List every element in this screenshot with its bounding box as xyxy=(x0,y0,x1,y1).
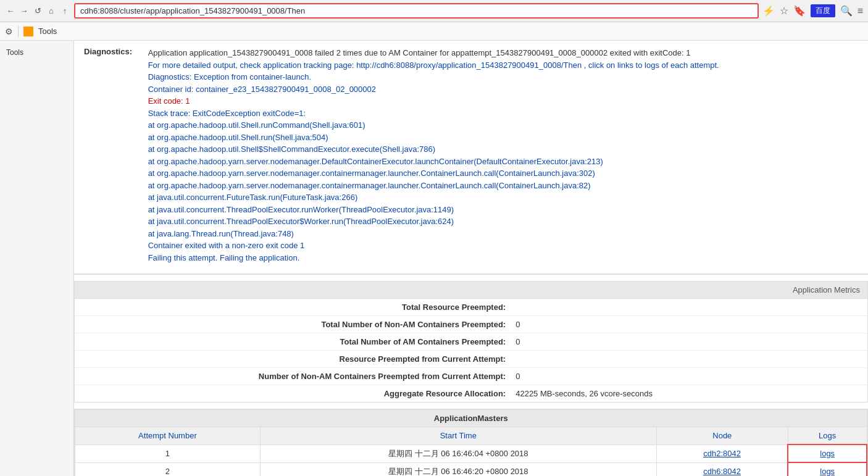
logs-link-1[interactable]: logs xyxy=(788,462,867,476)
metrics-header: Application Metrics xyxy=(75,282,867,299)
diag-line6: Stack trace: ExitCodeException exitCode=… xyxy=(148,109,306,118)
home-button[interactable]: ⌂ xyxy=(46,6,57,17)
star-icon[interactable]: ☆ xyxy=(780,5,788,17)
address-bar-wrapper xyxy=(74,3,759,19)
diag-stack-1: at org.apache.hadoop.util.Shell.run(Shel… xyxy=(148,133,328,142)
metrics-label-1: Total Number of Non-AM Containers Preemp… xyxy=(75,316,511,333)
metrics-row: Aggregate Resource Allocation: 42225 MB-… xyxy=(75,385,867,403)
bookmark-icon[interactable]: 🔖 xyxy=(793,5,806,17)
start-time-1: 星期四 十二月 06 16:46:20 +0800 2018 xyxy=(260,462,656,476)
diag-stack-7: at java.util.concurrent.ThreadPoolExecut… xyxy=(148,205,454,214)
diag-line3: Diagnostics: Exception from container-la… xyxy=(148,72,311,81)
diag-line5: Exit code: 1 xyxy=(148,96,190,106)
diag-line4: Container id: container_e23_154382790049… xyxy=(148,85,376,94)
masters-section-title: ApplicationMasters xyxy=(75,410,867,427)
diag-stack-9: at java.lang.Thread.run(Thread.java:748) xyxy=(148,229,294,238)
bolt-icon: ⚡ xyxy=(762,5,775,17)
reload-button[interactable]: ↺ xyxy=(32,6,43,17)
diagnostics-content: Application application_1543827900491_00… xyxy=(148,47,854,264)
metrics-section: Application Metrics Total Resource Preem… xyxy=(74,281,868,403)
back-button[interactable]: ← xyxy=(5,6,16,17)
browser-body: Tools Diagnostics: Application applicati… xyxy=(0,41,868,476)
diag-stack-0: at org.apache.hadoop.util.Shell.runComma… xyxy=(148,120,365,130)
browser-chrome: ← → ↺ ⌂ ↑ ⚡ ☆ 🔖 百度 🔍 ≡ xyxy=(0,0,868,22)
search-icon[interactable]: 🔍 xyxy=(840,5,853,17)
diag-tracking-link[interactable]: http://cdh6:8088/proxy/application_15438… xyxy=(356,61,582,70)
diag-line2-prefix: For more detailed output, check applicat… xyxy=(148,61,354,70)
toolbar: ⚙ Tools xyxy=(0,22,868,41)
masters-section: ApplicationMasters Attempt Number Start … xyxy=(74,409,868,476)
menu-icon[interactable]: ≡ xyxy=(858,6,863,17)
metrics-row: Resource Preempted from Current Attempt: xyxy=(75,351,867,368)
diag-line2-suffix: , click on links to logs of each attempt… xyxy=(584,61,719,70)
metrics-value-1: 0 xyxy=(511,316,867,333)
attempt-number-1: 2 xyxy=(75,462,261,476)
metrics-value-5: 42225 MB-seconds, 26 vcore-seconds xyxy=(511,385,867,403)
address-bar[interactable] xyxy=(74,3,759,19)
toolbar-divider xyxy=(18,26,19,37)
metrics-label-5: Aggregate Resource Allocation: xyxy=(75,385,511,403)
metrics-table: Total Resource Preempted: Total Number o… xyxy=(75,299,867,402)
masters-table: ApplicationMasters Attempt Number Start … xyxy=(75,409,867,476)
metrics-row: Total Number of AM Containers Preempted:… xyxy=(75,333,867,351)
forward-button[interactable]: → xyxy=(19,6,30,17)
col-attempt: Attempt Number xyxy=(75,427,261,445)
metrics-value-4: 0 xyxy=(511,368,867,385)
node-link-1[interactable]: cdh6:8042 xyxy=(656,462,788,476)
diag-stack-8: at java.util.concurrent.ThreadPoolExecut… xyxy=(148,217,454,226)
metrics-value-0 xyxy=(511,299,867,316)
masters-row: 2 星期四 十二月 06 16:46:20 +0800 2018 cdh6:80… xyxy=(75,462,867,476)
metrics-row: Number of Non-AM Containers Preempted fr… xyxy=(75,368,867,385)
toolbar-text: Tools xyxy=(38,27,57,36)
col-node: Node xyxy=(656,427,788,445)
nav-buttons: ← → ↺ ⌂ ↑ xyxy=(5,6,70,17)
metrics-label-3: Resource Preempted from Current Attempt: xyxy=(75,351,511,368)
up-button[interactable]: ↑ xyxy=(59,6,70,17)
diag-line1: Application application_1543827900491_00… xyxy=(148,48,691,57)
diagnostics-label: Diagnostics: xyxy=(84,47,146,56)
metrics-row: Total Resource Preempted: xyxy=(75,299,867,316)
metrics-row: Total Number of Non-AM Containers Preemp… xyxy=(75,316,867,333)
metrics-label-0: Total Resource Preempted: xyxy=(75,299,511,316)
logs-link-0[interactable]: logs xyxy=(788,445,867,462)
main-content: Diagnostics: Application application_154… xyxy=(74,41,868,476)
diag-line-failing: Failing this attempt. Failing the applic… xyxy=(148,253,300,262)
metrics-label-2: Total Number of AM Containers Preempted: xyxy=(75,333,511,351)
masters-row: 1 星期四 十二月 06 16:46:04 +0800 2018 cdh2:80… xyxy=(75,445,867,462)
diag-stack-2: at org.apache.hadoop.util.Shell$ShellCom… xyxy=(148,144,435,154)
diagnostics-section: Diagnostics: Application application_154… xyxy=(74,41,868,275)
attempt-number-0: 1 xyxy=(75,445,261,462)
diag-stack-3: at org.apache.hadoop.yarn.server.nodeman… xyxy=(148,157,603,166)
diag-stack-5: at org.apache.hadoop.yarn.server.nodeman… xyxy=(148,181,591,190)
diag-line-exit: Container exited with a non-zero exit co… xyxy=(148,241,305,250)
metrics-title: Application Metrics xyxy=(793,285,860,294)
metrics-value-3 xyxy=(511,351,867,368)
sidebar-item-tools[interactable]: Tools xyxy=(2,46,71,59)
toolbar-favicon xyxy=(23,27,33,36)
sidebar: Tools xyxy=(0,41,74,476)
col-logs: Logs xyxy=(788,427,867,445)
start-time-0: 星期四 十二月 06 16:46:04 +0800 2018 xyxy=(260,445,656,462)
baidu-button[interactable]: 百度 xyxy=(811,4,835,17)
col-starttime: Start Time xyxy=(260,427,656,445)
metrics-value-2: 0 xyxy=(511,333,867,351)
node-link-0[interactable]: cdh2:8042 xyxy=(656,445,788,462)
metrics-label-4: Number of Non-AM Containers Preempted fr… xyxy=(75,368,511,385)
diag-stack-4: at org.apache.hadoop.yarn.server.nodeman… xyxy=(148,169,595,178)
toolbar-icon-1[interactable]: ⚙ xyxy=(5,27,13,36)
browser-actions: ⚡ ☆ 🔖 百度 🔍 ≡ xyxy=(762,4,863,17)
diag-stack-6: at java.util.concurrent.FutureTask.run(F… xyxy=(148,193,358,202)
